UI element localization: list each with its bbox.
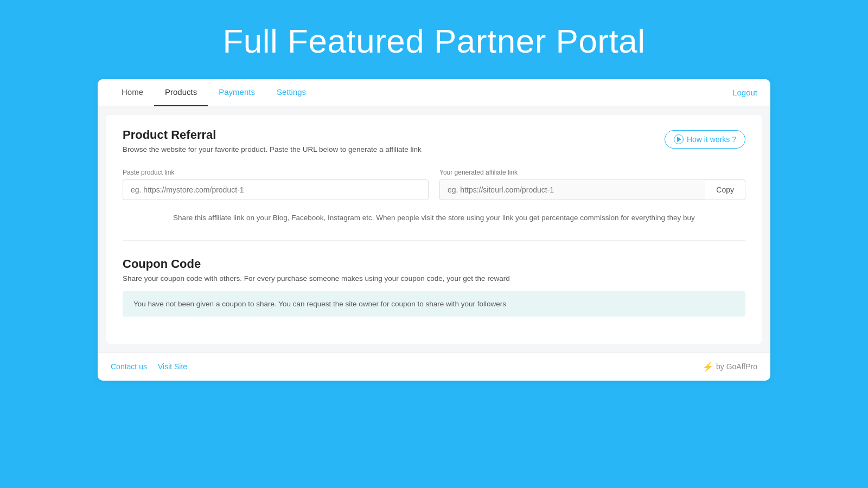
link-row: Paste product link Your generated affili… bbox=[123, 169, 745, 200]
play-icon bbox=[674, 134, 684, 144]
generated-link-input[interactable] bbox=[439, 179, 705, 200]
product-referral-subtitle: Browse the website for your favorite pro… bbox=[123, 145, 422, 153]
hero-title: Full Featured Partner Portal bbox=[222, 0, 645, 79]
product-referral-title: Product Referral bbox=[123, 128, 422, 142]
product-referral-info: Product Referral Browse the website for … bbox=[123, 128, 422, 153]
coupon-subtitle: Share your coupon code with others. For … bbox=[123, 274, 745, 282]
generated-label: Your generated affiliate link bbox=[439, 169, 745, 176]
share-description: Share this affiliate link on your Blog, … bbox=[123, 212, 745, 224]
tab-products[interactable]: Products bbox=[154, 79, 208, 106]
coupon-title: Coupon Code bbox=[123, 257, 745, 271]
section-divider bbox=[123, 240, 745, 241]
coupon-notice: You have not been given a coupon to shar… bbox=[123, 291, 745, 317]
brand-star-icon: ⚡ bbox=[703, 362, 713, 372]
coupon-section: Coupon Code Share your coupon code with … bbox=[123, 257, 745, 328]
play-triangle-icon bbox=[677, 137, 681, 142]
generated-input-row: Copy bbox=[439, 179, 745, 200]
nav-bar: Home Products Payments Settings Logout bbox=[98, 79, 770, 106]
tab-payments[interactable]: Payments bbox=[208, 79, 266, 106]
copy-button[interactable]: Copy bbox=[705, 179, 745, 200]
footer: Contact us Visit Site ⚡ by GoAffPro bbox=[98, 352, 770, 381]
tab-settings[interactable]: Settings bbox=[266, 79, 317, 106]
tab-home[interactable]: Home bbox=[111, 79, 154, 106]
footer-brand: ⚡ by GoAffPro bbox=[703, 362, 757, 372]
paste-label: Paste product link bbox=[123, 169, 429, 176]
product-referral-header: Product Referral Browse the website for … bbox=[123, 115, 745, 158]
contact-us-link[interactable]: Contact us bbox=[111, 362, 147, 371]
portal-container: Home Products Payments Settings Logout P… bbox=[98, 79, 770, 381]
generated-link-group: Your generated affiliate link Copy bbox=[439, 169, 745, 200]
paste-link-group: Paste product link bbox=[123, 169, 429, 200]
nav-tabs: Home Products Payments Settings bbox=[111, 79, 732, 106]
footer-links: Contact us Visit Site bbox=[111, 362, 187, 371]
brand-text: by GoAffPro bbox=[716, 362, 757, 371]
paste-link-input[interactable] bbox=[123, 179, 429, 200]
main-content: Product Referral Browse the website for … bbox=[106, 115, 762, 344]
logout-button[interactable]: Logout bbox=[732, 88, 757, 97]
how-it-works-label: How it works ? bbox=[687, 135, 736, 144]
how-it-works-button[interactable]: How it works ? bbox=[665, 130, 745, 149]
visit-site-link[interactable]: Visit Site bbox=[158, 362, 187, 371]
